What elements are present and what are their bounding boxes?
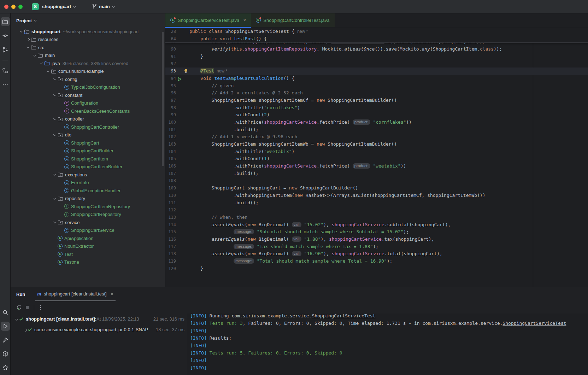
chevron-down-icon[interactable]	[52, 118, 58, 120]
console-class-link[interactable]: ShoppingCartServiceTest	[502, 321, 566, 326]
tree-item-dto[interactable]: dto	[11, 131, 165, 139]
code-line-102[interactable]: 102 // Add 1 × weetabix @ 9.98 each	[165, 133, 588, 141]
tree-item-java[interactable]: java36% classes, 33% lines covered	[11, 59, 165, 68]
console-class-link[interactable]: ShoppingCartServiceTest	[312, 314, 375, 318]
tree-item-src[interactable]: src	[11, 43, 165, 52]
tree-item-shoppingcartbuilder[interactable]: CShoppingCartBuilder	[11, 147, 165, 155]
activity-project-folder-button[interactable]	[1, 17, 10, 26]
code-line-92[interactable]: 92	[165, 60, 588, 68]
tree-item-shoppingcartitemrepository[interactable]: IShoppingCartItemRepository	[11, 203, 165, 211]
code-line-119[interactable]: 119 message: "Total should match sample …	[165, 258, 588, 265]
tree-item-config[interactable]: config	[11, 75, 165, 83]
close-icon[interactable]: ×	[111, 291, 113, 297]
chevron-down-icon[interactable]	[52, 94, 58, 96]
activity-build-button[interactable]	[1, 335, 10, 345]
activity-run-button[interactable]	[1, 322, 10, 331]
code-line-106[interactable]: 106 .withPrice(shoppingCartService.fetch…	[165, 163, 588, 170]
code-line-118[interactable]: 118 assertEquals(new BigDecimal( val: "1…	[165, 250, 588, 258]
chevron-down-icon[interactable]	[52, 78, 58, 80]
close-icon[interactable]: ×	[243, 17, 246, 23]
code-line-109[interactable]: 109 ShoppingCart shoppingCart = new Shop…	[165, 184, 588, 192]
sticky-line-28[interactable]: 28public class ShoppingCartServiceTest {…	[165, 28, 588, 35]
activity-pull-requests-button[interactable]	[1, 45, 10, 54]
sticky-line-64[interactable]: 64 public void testPost() {	[165, 35, 588, 43]
stop-button[interactable]	[23, 303, 32, 312]
code-line-111[interactable]: 111 .build();	[165, 199, 588, 207]
tree-item-shoppingcartcontroller[interactable]: CShoppingCartController	[11, 123, 165, 131]
activity-plugins-button[interactable]	[1, 363, 10, 372]
editor-tab-2[interactable]: ShoppingCartControllerTest.java	[251, 13, 334, 27]
code-line-113[interactable]: 113 // when, then	[165, 214, 588, 221]
tree-item-globalexceptionhandler[interactable]: CGlobalExceptionHandler	[11, 187, 165, 195]
tree-item-test[interactable]: Test	[11, 250, 165, 258]
tree-item-shoppingcart[interactable]: CShoppingCart	[11, 139, 165, 147]
code-line-110[interactable]: 110 .withShoppingCartItem(new HashSet<>(…	[165, 192, 588, 199]
code-line-94[interactable]: 94 void testSampleCartCalculation() {	[165, 75, 588, 82]
tree-item-apiapplication[interactable]: ApiApplication	[11, 234, 165, 242]
code-line-95[interactable]: 95 // given	[165, 82, 588, 90]
code-line-101[interactable]: 101 .build();	[165, 126, 588, 134]
run-console[interactable]: [INFO] Running com.siriusxm.example.serv…	[187, 314, 588, 375]
code-line-116[interactable]: 116 assertEquals(new BigDecimal( val: "1…	[165, 236, 588, 243]
chevron-right-icon[interactable]	[24, 327, 26, 332]
tree-item-shoppingcartitembuilder[interactable]: CShoppingCartItemBuilder	[11, 163, 165, 171]
chevron-down-icon[interactable]	[18, 30, 24, 33]
run-tree-item-1[interactable]: shoppingcart [clean,install,test]: At 18…	[11, 314, 187, 324]
code-lines[interactable]: 89 verify(this.shoppingCartRepository, t…	[165, 38, 588, 272]
code-line-104[interactable]: 104 .withTitle("weetabix")	[165, 148, 588, 156]
project-panel-header[interactable]: Project	[11, 13, 165, 28]
tree-item-greenbacksgreenconstants[interactable]: EGreenBacksGreenConstants	[11, 107, 165, 115]
chevron-down-icon[interactable]	[52, 134, 58, 136]
activity-commit-button[interactable]	[1, 31, 10, 40]
tree-item-repository[interactable]: repository	[11, 195, 165, 203]
branch-widget[interactable]: main	[92, 4, 114, 10]
chevron-down-icon[interactable]	[32, 54, 37, 57]
code-line-99[interactable]: 99 .withCount(2)	[165, 111, 588, 119]
code-line-108[interactable]: 108	[165, 177, 588, 184]
activity-search-button[interactable]	[1, 308, 10, 317]
minimize-window-button[interactable]	[11, 5, 16, 9]
code-line-114[interactable]: 114 assertEquals(new BigDecimal( val: "1…	[165, 221, 588, 229]
tree-item-controller[interactable]: controller	[11, 115, 165, 123]
code-line-117[interactable]: 117 message: "Tax should match sample wh…	[165, 243, 588, 251]
chevron-right-icon[interactable]	[25, 39, 31, 41]
more-options-button[interactable]	[36, 303, 45, 312]
activity-structure-button[interactable]	[1, 66, 10, 75]
zoom-window-button[interactable]	[18, 5, 23, 9]
close-window-button[interactable]	[4, 5, 8, 9]
tree-item-shoppingcartservice[interactable]: CShoppingCartService	[11, 227, 165, 235]
rerun-button[interactable]	[15, 303, 23, 312]
tree-item-exceptions[interactable]: exceptions	[11, 171, 165, 179]
code-line-107[interactable]: 107 .build();	[165, 170, 588, 177]
chevron-down-icon[interactable]	[39, 62, 44, 64]
activity-more-button[interactable]	[1, 80, 10, 89]
run-tab[interactable]: m shoppingcart [clean,install,test] ×	[35, 287, 116, 301]
code-line-120[interactable]: 120 }	[165, 265, 588, 273]
chevron-down-icon[interactable]	[45, 70, 51, 72]
chevron-down-icon[interactable]	[52, 221, 58, 223]
project-scrollbar-thumb[interactable]	[162, 32, 164, 166]
run-tree-item-2[interactable]: com.siriusxm.example.cart:shoppingcart:j…	[11, 324, 187, 335]
code-line-93[interactable]: 93 @Test new *	[165, 68, 588, 75]
chevron-down-icon[interactable]	[52, 174, 58, 176]
tree-item-constant[interactable]: constant	[11, 91, 165, 99]
code-line-100[interactable]: 100 .withPrice(shoppingCartService.fetch…	[165, 119, 588, 126]
code-line-112[interactable]: 112	[165, 206, 588, 214]
tree-item-typicaljobconfiguration[interactable]: CTypicalJobConfiguration	[11, 83, 165, 92]
code-line-98[interactable]: 98 .withTitle("cornflakes")	[165, 104, 588, 112]
chevron-down-icon[interactable]	[16, 316, 18, 322]
code-line-91[interactable]: 91 }	[165, 53, 588, 60]
tree-item-shoppingcartrepository[interactable]: IShoppingCartRepository	[11, 211, 165, 219]
tree-item-nounextractor[interactable]: NounExtractor	[11, 242, 165, 251]
tree-item-com-siriusxm-example[interactable]: com.siriusxm.example	[11, 68, 165, 76]
code-line-90[interactable]: 90 verify(this.shoppingCartItemRepositor…	[165, 46, 588, 53]
tree-item-shoppingcart[interactable]: shoppingcart~/workspace/seriousxm/shoppi…	[11, 28, 165, 36]
code-line-96[interactable]: 96 // Add 2 × cornflakes @ 2.52 each	[165, 89, 588, 97]
chevron-down-icon[interactable]	[25, 46, 31, 48]
tree-item-errorinfo[interactable]: CErrorInfo	[11, 179, 165, 187]
tree-item-resources[interactable]: resources	[11, 36, 165, 44]
tree-item-shoppingcartitem[interactable]: CShoppingCartItem	[11, 155, 165, 163]
tree-item-main[interactable]: main	[11, 52, 165, 60]
tree-item-testme[interactable]: Testme	[11, 258, 165, 266]
code-line-103[interactable]: 103 ShoppingCartItem shoppingCartItemWb …	[165, 141, 588, 148]
